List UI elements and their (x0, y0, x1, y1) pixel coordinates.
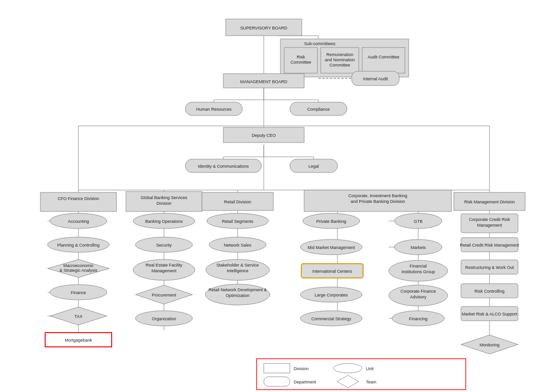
org-chart-container: SUPERVISORY BOARD Sub-committees: Risk C… (0, 0, 547, 392)
svg-text:Committee: Committee (329, 63, 350, 67)
retail-network-label2: Optimization (226, 293, 250, 298)
svg-rect-71 (362, 48, 405, 73)
network-sales-label: Network Sales (224, 243, 252, 248)
real-estate-label1: Real Estate Facility (145, 263, 182, 268)
stakeholder-label1: Stakeholder & Service (216, 263, 259, 268)
retail-division-label: Retail Division (224, 200, 251, 204)
svg-text:and Nomination: and Nomination (325, 57, 355, 62)
internal-audit-label: Internal Audit (363, 76, 388, 81)
financial-inst-label2: Institutions Group (402, 269, 435, 274)
financial-inst-label1: Financial (410, 264, 427, 268)
legend-unit-shape (334, 363, 362, 373)
legend-team-label: Team (366, 380, 376, 384)
organization-label: Organization (152, 316, 176, 321)
planning-label: Planning & Controlling (57, 243, 99, 248)
corp-finance-label1: Corporate Finance (401, 289, 436, 294)
cfo-division-label: CFO Finance Division (58, 196, 99, 201)
market-risk-label: Market Risk & ALCO Support (462, 312, 518, 316)
restructuring-label: Restructuring & Work Out (465, 265, 514, 270)
finance-label: Finance (71, 290, 86, 295)
supervisory-board-label: SUPERVISORY BOARD (240, 26, 288, 30)
svg-text:Risk: Risk (297, 55, 305, 59)
mortgagebank-label: Mortgagebank (65, 338, 92, 343)
global-banking-label2: Division (156, 201, 172, 206)
large-corporates-label: Large Corporates (315, 293, 348, 297)
private-banking-label: Private Banking (316, 219, 346, 224)
cfo-division-box (40, 192, 116, 211)
legend-division-shape (264, 363, 290, 373)
legend-department-label: Department (294, 380, 317, 384)
retail-credit-risk-label: Retail Credit Risk Management (460, 243, 519, 248)
banking-ops-label: Banking Operations (145, 219, 183, 224)
security-label: Security (156, 243, 172, 248)
macroeconomic-label1: Macroeconomic (63, 263, 94, 268)
human-resources-label: Human Resources (196, 107, 232, 112)
corp-finance-label2: Advisory (410, 295, 427, 299)
risk-controlling-label: Risk Controlling (474, 289, 504, 294)
real-estate-label2: Management (152, 268, 177, 273)
macroeconomic-label2: & Strategic Analysis (59, 268, 97, 273)
stakeholder-label2: Intelligence (227, 268, 249, 273)
compliance-label: Compliance (307, 107, 330, 112)
corp-credit-risk-label1: Corporate Credit Risk (469, 217, 510, 222)
retail-network-label1: Retail Network Development & (209, 287, 267, 292)
markets-label: Markets (411, 245, 426, 250)
commercial-strategy-label: Commercial Strategy (311, 316, 352, 321)
retail-segments-label: Retail Segments (222, 219, 254, 224)
management-board-label: MANAGEMENT BOARD (240, 79, 288, 84)
monitoring-label: Monitoring (480, 343, 499, 347)
deputy-ceo-label: Deputy CEO (252, 133, 276, 138)
risk-mgmt-label: Risk Management Division (464, 200, 515, 204)
svg-text:Committee: Committee (290, 60, 311, 65)
legend-division-label: Division (294, 366, 309, 371)
corp-credit-risk-label2: Management (477, 223, 502, 228)
gtb-label: GTB (414, 219, 423, 224)
legend-department-shape (264, 377, 290, 386)
sub-committees-label: Sub-committees: (304, 41, 336, 46)
legal-label: Legal (308, 164, 319, 169)
procurement-label: Procurement (152, 293, 176, 297)
legend-unit-label: Unit (366, 366, 374, 371)
intl-centers-label: International Centers (312, 269, 352, 274)
accounting-label: Accounting (68, 219, 89, 224)
global-banking-label: Global Banking Services (141, 195, 188, 200)
svg-text:Remuneration: Remuneration (326, 52, 354, 57)
corp-inv-label2: and Private Banking Division (351, 199, 405, 204)
svg-text:Audit Committee: Audit Committee (368, 55, 400, 59)
mid-market-label: Mid Market Management (307, 245, 355, 250)
financing-label: Financing (409, 316, 427, 321)
identity-comm-label: Identity & Communications (198, 164, 249, 169)
corp-inv-label1: Corporate, Investment Banking (348, 193, 407, 198)
tax-label: TAX (75, 314, 83, 319)
